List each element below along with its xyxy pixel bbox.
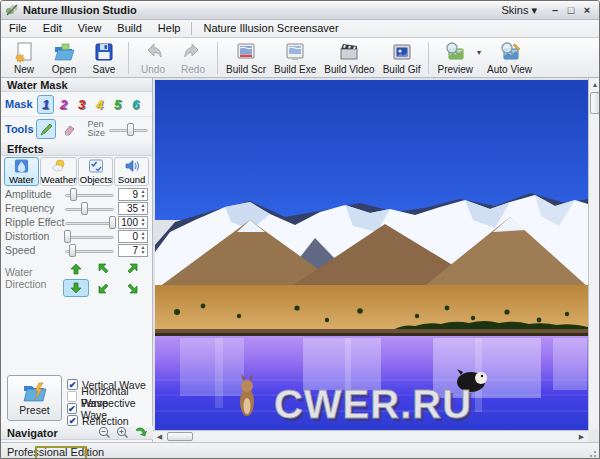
undo-button[interactable]: Undo (133, 39, 173, 76)
scroll-up-arrow[interactable]: ▲ (589, 78, 600, 91)
new-document-icon (13, 41, 35, 63)
frequency-spinbox[interactable]: 35▲▼ (118, 202, 148, 215)
build-video-button[interactable]: Build Video (320, 39, 378, 76)
tab-water[interactable]: Water (4, 157, 39, 186)
spin-arrows[interactable]: ▲▼ (139, 203, 147, 213)
minimize-button[interactable]: – (547, 2, 563, 19)
water-drop-icon (14, 158, 29, 174)
checkbox-perspective-wave[interactable]: ✔ Perspective Wave (67, 403, 152, 414)
mask-button-1[interactable]: 1 (37, 95, 54, 114)
horizontal-scrollbar[interactable]: ◀ ▶ (153, 430, 588, 442)
open-button[interactable]: Open (44, 39, 84, 76)
redo-button[interactable]: Redo (173, 39, 213, 76)
preset-button[interactable]: Preset (7, 375, 62, 421)
mask-button-2[interactable]: 2 (55, 95, 72, 114)
slider-thumb[interactable] (127, 123, 134, 136)
menu-separator (191, 22, 192, 35)
menu-edit[interactable]: Edit (35, 20, 70, 37)
skins-menu-button[interactable]: Skins ▾ (502, 4, 537, 17)
distortion-row: Distortion 0▲▼ (1, 229, 152, 243)
preview-dropdown-caret[interactable]: ▾ (477, 48, 481, 57)
arrow-up-left-icon (98, 263, 110, 275)
menu-build[interactable]: Build (109, 20, 149, 37)
slider-thumb[interactable] (70, 188, 77, 201)
horizontal-scroll-thumb[interactable] (167, 432, 193, 441)
direction-up-button[interactable] (63, 260, 89, 278)
arrow-up-icon (70, 263, 82, 275)
spin-arrows[interactable]: ▲▼ (139, 245, 147, 255)
close-button[interactable]: × (579, 2, 595, 19)
build-scr-button[interactable]: Build Scr (222, 39, 270, 76)
direction-down-right-button[interactable] (119, 279, 145, 297)
effects-tabs: Water Weather Objects Sound (1, 156, 152, 187)
app-window: Nature Illusion Studio Skins ▾ – □ × Fil… (0, 0, 600, 459)
mask-button-6[interactable]: 6 (127, 95, 144, 114)
pen-tool-button[interactable] (36, 119, 56, 139)
direction-up-right-button[interactable] (119, 260, 145, 278)
amplitude-slider[interactable] (65, 188, 114, 201)
slider-thumb[interactable] (64, 230, 71, 243)
ripple-effect-spinbox[interactable]: 100▲▼ (118, 216, 148, 229)
amplitude-spinbox[interactable]: 9▲▼ (118, 188, 148, 201)
auto-view-button[interactable]: Auto View (483, 39, 536, 76)
refresh-view-icon[interactable] (134, 426, 147, 439)
title-bar: Nature Illusion Studio Skins ▾ – □ × (1, 1, 599, 20)
zoom-out-icon[interactable] (98, 426, 111, 439)
menu-screensaver[interactable]: Nature Illusion Screensaver (195, 20, 346, 37)
arrow-down-right-icon (126, 282, 138, 294)
vertical-scroll-thumb[interactable] (590, 92, 600, 114)
resize-grip[interactable] (587, 448, 597, 458)
scene-image[interactable]: CWER.RU CWER.RU (155, 80, 588, 430)
spin-arrows[interactable]: ▲▼ (139, 189, 147, 199)
save-button[interactable]: Save (84, 39, 124, 76)
build-exe-button[interactable]: Build Exe (270, 39, 320, 76)
eraser-tool-button[interactable] (60, 119, 80, 139)
toolbar-label: Undo (141, 64, 165, 75)
mask-button-3[interactable]: 3 (73, 95, 90, 114)
checkbox-box: ✔ (67, 403, 77, 414)
slider-thumb[interactable] (81, 202, 88, 215)
pen-size-slider[interactable] (109, 123, 148, 136)
speed-slider[interactable] (65, 244, 114, 257)
preview-button[interactable]: Preview (433, 39, 477, 76)
spin-arrows[interactable]: ▲▼ (139, 231, 147, 241)
tab-sound[interactable]: Sound (114, 157, 149, 186)
menu-file[interactable]: File (1, 20, 35, 37)
distortion-spinbox[interactable]: 0▲▼ (118, 230, 148, 243)
preset-label: Preset (19, 404, 49, 416)
tab-weather[interactable]: Weather (40, 157, 78, 186)
zoom-in-icon[interactable] (116, 426, 129, 439)
ripple-effect-row: Ripple Effect 100▲▼ (1, 215, 152, 229)
vertical-scrollbar[interactable]: ▲ (588, 78, 600, 430)
tab-label: Water (9, 174, 34, 185)
direction-up-left-button[interactable] (91, 260, 117, 278)
navigator-view-rectangle[interactable] (35, 446, 87, 459)
tab-objects[interactable]: Objects (78, 157, 113, 186)
menu-help[interactable]: Help (150, 20, 189, 37)
arrow-up-right-icon (126, 263, 138, 275)
distortion-slider[interactable] (65, 230, 114, 243)
build-gif-button[interactable]: Build Gif (379, 39, 425, 76)
maximize-button[interactable]: □ (563, 2, 579, 19)
menu-view[interactable]: View (70, 20, 110, 37)
mask-button-5[interactable]: 5 (109, 95, 126, 114)
direction-down-left-button[interactable] (91, 279, 117, 297)
slider-thumb[interactable] (109, 216, 116, 229)
mask-row: Mask 1 2 3 4 5 6 (1, 92, 152, 116)
tab-label: Weather (41, 174, 77, 185)
slider-thumb[interactable] (69, 244, 76, 257)
toolbar-label: Build Exe (274, 64, 316, 75)
weather-icon (51, 158, 67, 174)
spin-value: 9 (119, 189, 139, 200)
spin-arrows[interactable]: ▲▼ (139, 217, 147, 227)
mask-button-4[interactable]: 4 (91, 95, 108, 114)
direction-down-button[interactable] (63, 279, 89, 297)
speed-spinbox[interactable]: 7▲▼ (118, 244, 148, 257)
slider-track (65, 222, 114, 225)
frequency-slider[interactable] (65, 202, 114, 215)
checkbox-box: ✔ (67, 379, 78, 390)
new-button[interactable]: New (4, 39, 44, 76)
open-folder-icon (53, 41, 75, 63)
wave-checkboxes: ✔ Vertical Wave Horizontal Wave ✔ Perspe… (67, 378, 152, 427)
ripple-effect-slider[interactable] (65, 216, 114, 229)
